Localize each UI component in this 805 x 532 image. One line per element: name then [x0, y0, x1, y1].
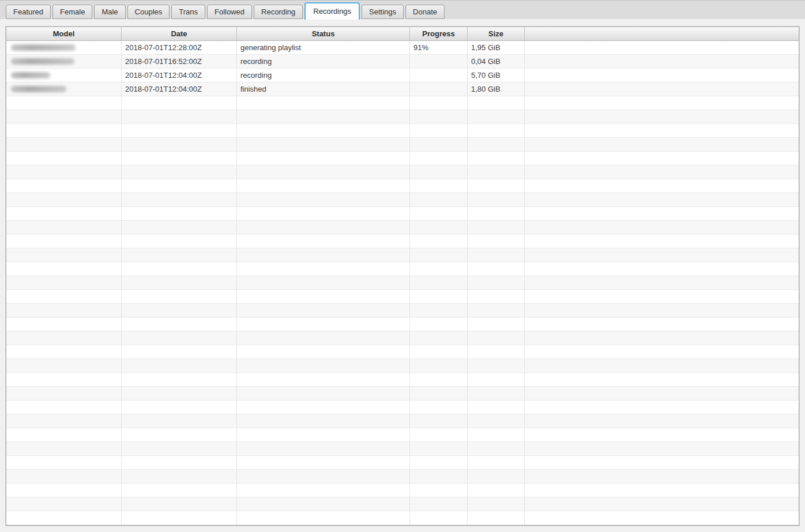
cell-filler: [525, 497, 799, 511]
recording-row[interactable]: 2018-07-01T12:28:00Zgenerating playlist9…: [6, 41, 799, 55]
cell-filler: [525, 138, 799, 151]
cell-filler: [525, 511, 799, 525]
tab-recording[interactable]: Recording: [254, 5, 303, 19]
cell-size: [468, 304, 525, 317]
tab-trans[interactable]: Trans: [171, 5, 205, 19]
column-header-progress[interactable]: Progress: [410, 27, 468, 40]
cell-date: [122, 207, 237, 220]
cell-progress: [410, 248, 468, 262]
tab-featured[interactable]: Featured: [6, 5, 51, 19]
cell-progress: [410, 318, 468, 331]
empty-row: [6, 110, 799, 124]
cell-size: [468, 470, 525, 483]
cell-size: [468, 110, 525, 123]
cell-size: [468, 345, 525, 359]
cell-model: [6, 373, 122, 386]
cell-date: [122, 179, 237, 193]
cell-model: [6, 470, 122, 483]
cell-size: [468, 290, 525, 303]
column-header-status[interactable]: Status: [237, 27, 410, 40]
cell-model: [6, 96, 122, 110]
empty-row: [6, 290, 799, 304]
cell-date: [122, 152, 237, 165]
cell-status: [237, 138, 410, 151]
cell-date: [122, 165, 237, 179]
cell-model: [6, 401, 122, 414]
tab-settings[interactable]: Settings: [362, 5, 404, 19]
cell-model: [6, 484, 122, 497]
cell-progress: [410, 331, 468, 345]
column-header-model[interactable]: Model: [6, 27, 122, 40]
cell-size: [468, 484, 525, 497]
cell-model: [6, 41, 122, 54]
cell-filler: [525, 456, 799, 469]
tab-male[interactable]: Male: [94, 5, 125, 19]
cell-filler: [525, 373, 799, 386]
cell-status: [237, 290, 410, 303]
cell-date: [122, 359, 237, 372]
cell-progress: [410, 165, 468, 179]
cell-model: [6, 165, 122, 179]
tab-followed[interactable]: Followed: [207, 5, 252, 19]
cell-date: [122, 470, 237, 483]
cell-date: [122, 401, 237, 414]
cell-date: [122, 290, 237, 303]
cell-filler: [525, 124, 799, 137]
cell-status: recording: [237, 55, 410, 68]
cell-status: [237, 442, 410, 455]
cell-size: 1,95 GiB: [468, 41, 525, 54]
cell-status: [237, 248, 410, 262]
cell-date: [122, 511, 237, 525]
cell-filler: [525, 345, 799, 359]
cell-status: [237, 262, 410, 276]
empty-row: [6, 193, 799, 207]
tab-couples[interactable]: Couples: [127, 5, 170, 19]
recording-row[interactable]: 2018-07-01T12:04:00Zrecording5,70 GiB: [6, 69, 799, 82]
column-header-filler: [525, 27, 799, 40]
cell-size: [468, 497, 525, 511]
table-body: 2018-07-01T12:28:00Zgenerating playlist9…: [6, 41, 799, 525]
cell-date: [122, 373, 237, 386]
cell-progress: [410, 414, 468, 428]
empty-row: [6, 262, 799, 276]
empty-row: [6, 470, 799, 484]
recording-row[interactable]: 2018-07-01T12:04:00Zfinished1,80 GiB: [6, 82, 799, 96]
cell-status: [237, 165, 410, 179]
cell-date: [122, 331, 237, 345]
cell-progress: 91%: [410, 41, 468, 54]
empty-row: [6, 138, 799, 152]
cell-model: [6, 152, 122, 165]
empty-row: [6, 124, 799, 138]
empty-row: [6, 359, 799, 373]
empty-row: [6, 221, 799, 235]
tab-female[interactable]: Female: [52, 5, 92, 19]
tab-recordings[interactable]: Recordings: [304, 2, 360, 20]
empty-row: [6, 456, 799, 470]
empty-row: [6, 345, 799, 359]
recording-row[interactable]: 2018-07-01T16:52:00Zrecording0,04 GiB: [6, 55, 799, 69]
cell-status: finished: [237, 82, 410, 96]
cell-filler: [525, 304, 799, 317]
cell-size: [468, 235, 525, 248]
empty-row: [6, 442, 799, 456]
empty-row: [6, 235, 799, 248]
column-header-size[interactable]: Size: [468, 27, 525, 40]
cell-status: [237, 207, 410, 220]
cell-status: [237, 96, 410, 110]
tab-donate[interactable]: Donate: [405, 5, 445, 19]
cell-status: [237, 331, 410, 345]
empty-row: [6, 373, 799, 387]
cell-size: [468, 221, 525, 234]
cell-model: [6, 442, 122, 455]
cell-progress: [410, 442, 468, 455]
cell-model: [6, 414, 122, 428]
cell-model: [6, 248, 122, 262]
cell-size: [468, 138, 525, 151]
redacted-model-name: [11, 58, 74, 65]
cell-status: [237, 484, 410, 497]
cell-model: [6, 55, 122, 68]
empty-row: [6, 401, 799, 414]
cell-progress: [410, 359, 468, 372]
empty-row: [6, 484, 799, 497]
column-header-date[interactable]: Date: [122, 27, 237, 40]
